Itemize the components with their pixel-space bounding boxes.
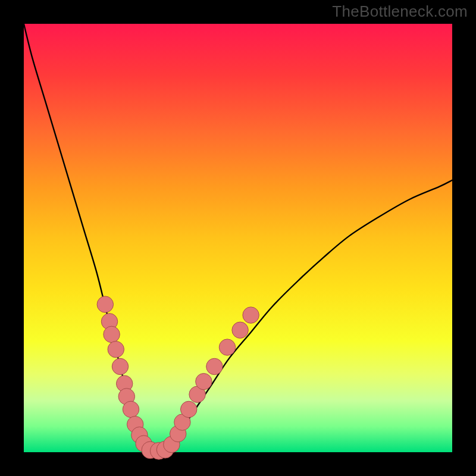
plot-area xyxy=(24,24,452,452)
curve-marker xyxy=(232,322,248,338)
curve-marker xyxy=(97,296,113,312)
curve-marker xyxy=(206,358,223,374)
curve-marker xyxy=(123,401,139,417)
bottleneck-curve xyxy=(24,24,452,452)
curve-marker xyxy=(219,339,235,355)
watermark-text: TheBottleneck.com xyxy=(332,2,468,21)
curve-marker xyxy=(243,307,259,323)
curve-markers xyxy=(97,296,259,459)
curve-marker xyxy=(112,358,128,374)
curve-marker xyxy=(108,341,124,357)
chart-stage: TheBottleneck.com xyxy=(0,0,476,476)
curve-marker xyxy=(180,401,196,417)
curve-marker xyxy=(104,326,120,342)
curve-marker xyxy=(196,373,212,389)
curve-layer xyxy=(24,24,452,452)
